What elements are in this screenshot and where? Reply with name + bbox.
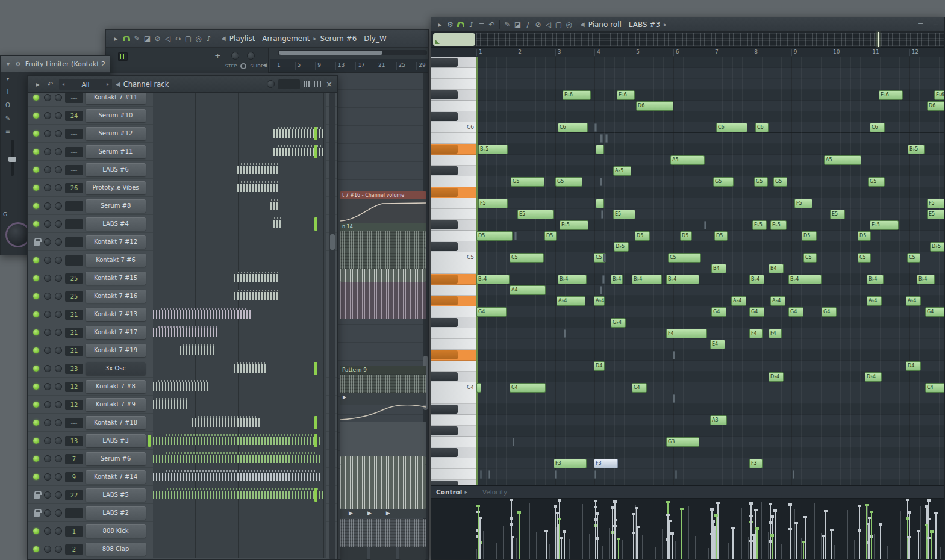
midi-note[interactable]: B♭5: [478, 145, 508, 154]
midi-note[interactable]: D6: [636, 101, 673, 111]
pan-knob[interactable]: [44, 347, 51, 354]
velocity-handle[interactable]: [859, 505, 860, 559]
channel-pattern-preview[interactable]: [153, 197, 326, 215]
channel-enable-led[interactable]: [33, 203, 39, 209]
pattern-length-box[interactable]: 23: [65, 364, 83, 374]
pan-knob[interactable]: [44, 527, 51, 535]
add-pattern-icon[interactable]: +: [214, 51, 221, 60]
velocity-handle[interactable]: [869, 517, 870, 559]
midi-note[interactable]: B4: [711, 264, 726, 273]
pattern-length-box[interactable]: 12: [65, 400, 83, 410]
channel-enable-led[interactable]: [33, 185, 39, 191]
piano-key-Cs5[interactable]: [431, 241, 476, 252]
pan-knob[interactable]: [44, 202, 51, 210]
midi-note[interactable]: C5: [858, 253, 871, 263]
midi-note[interactable]: [596, 199, 604, 208]
midi-note[interactable]: D6: [927, 101, 944, 111]
velocity-handle[interactable]: [803, 541, 804, 559]
limiter-side-icon[interactable]: ▾: [6, 75, 9, 82]
velocity-handle[interactable]: [772, 534, 773, 559]
footer-button[interactable]: [399, 547, 426, 560]
midi-note[interactable]: C5: [510, 253, 544, 263]
midi-note[interactable]: D♭4: [769, 372, 784, 382]
pattern-length-box[interactable]: ---: [65, 201, 83, 211]
midi-note[interactable]: F3: [594, 459, 618, 468]
channel-enable-led[interactable]: [33, 347, 39, 353]
midi-note[interactable]: A♭4: [906, 296, 921, 306]
pan-knob[interactable]: [44, 257, 51, 264]
pattern-thumbnail-icon[interactable]: [118, 52, 128, 61]
pattern-length-box[interactable]: 9: [65, 472, 83, 482]
piano-key-A5[interactable]: [431, 155, 476, 166]
velocity-handle[interactable]: [756, 527, 758, 559]
automation-clip-header[interactable]: t 7 #16 - Channel volume: [340, 191, 426, 199]
channel-pattern-preview[interactable]: [153, 522, 326, 540]
piano-key-E4[interactable]: [431, 339, 476, 350]
pan-knob[interactable]: [44, 473, 51, 481]
piano-key-D6[interactable]: [431, 101, 476, 111]
minimize-icon[interactable]: −: [931, 20, 941, 29]
channel-button[interactable]: Serum #12: [86, 127, 146, 140]
volume-knob[interactable]: [55, 257, 62, 264]
velocity-handle[interactable]: [564, 530, 565, 559]
marker-clip[interactable]: ▶: [340, 393, 426, 405]
midi-note[interactable]: A4: [510, 285, 546, 295]
scrollbar-thumb[interactable]: [279, 51, 382, 55]
midi-note[interactable]: B4: [769, 264, 784, 273]
channel-pattern-preview[interactable]: [153, 215, 326, 233]
midi-note[interactable]: F4: [769, 329, 782, 338]
midi-note[interactable]: A♭4: [731, 296, 746, 306]
playlist-h-scrollbar[interactable]: [278, 50, 427, 55]
piano-key-As5[interactable]: [431, 144, 476, 155]
playlist-ruler[interactable]: ◀ 1591317212529: [270, 59, 428, 72]
pan-knob[interactable]: [44, 184, 51, 191]
pattern-length-box[interactable]: 21: [65, 328, 83, 338]
midi-note[interactable]: E♭6: [617, 90, 635, 100]
midi-note[interactable]: E♭5: [870, 220, 899, 230]
midi-note[interactable]: B♭4: [867, 275, 884, 284]
detach-menu-icon[interactable]: ≡: [915, 20, 926, 29]
piano-key-F6[interactable]: [431, 68, 476, 79]
slider-thumb[interactable]: [8, 157, 16, 162]
pan-knob[interactable]: [44, 509, 51, 517]
mute-tool-icon[interactable]: ◁: [543, 20, 554, 29]
channel-button[interactable]: Kontakt 7 #11: [86, 93, 146, 104]
volume-knob[interactable]: [55, 112, 62, 119]
pattern-length-box[interactable]: 21: [65, 310, 83, 320]
piano-key-Cs4[interactable]: [431, 372, 476, 382]
midi-note[interactable]: D5: [680, 231, 692, 241]
snap-magnet-icon[interactable]: [123, 36, 130, 41]
pan-knob[interactable]: [44, 166, 51, 173]
midi-note[interactable]: G5: [511, 177, 544, 187]
piano-key-Fs3[interactable]: [431, 447, 476, 458]
channel-enable-led[interactable]: [33, 293, 39, 299]
undo-icon[interactable]: ↶: [487, 20, 497, 29]
velocity-handle[interactable]: [825, 510, 826, 559]
channel-pattern-preview[interactable]: [153, 107, 326, 125]
pattern-length-box[interactable]: 13: [65, 436, 83, 446]
pattern-length-box[interactable]: 25: [65, 291, 83, 302]
ruler-scroll-icon[interactable]: ◀: [263, 62, 267, 68]
channel-button[interactable]: Kontakt 7 #9: [86, 398, 146, 411]
piano-key-A4[interactable]: [431, 285, 476, 296]
channel-button[interactable]: LABS #5: [86, 488, 146, 502]
piano-roll-title[interactable]: ◀ Piano roll - LABS #3 ▸: [580, 20, 667, 29]
piano-key-F5[interactable]: [431, 198, 476, 209]
piano-key-E6[interactable]: [431, 79, 476, 90]
midi-note[interactable]: G5: [713, 177, 734, 187]
midi-note[interactable]: E4: [710, 340, 725, 349]
channel-pattern-preview[interactable]: [153, 341, 326, 359]
velocity-handle[interactable]: [713, 539, 714, 559]
pattern-clip[interactable]: [340, 456, 426, 465]
slip-tool-icon[interactable]: ↔: [173, 34, 183, 43]
velocity-handle[interactable]: [871, 511, 872, 559]
channel-enable-led[interactable]: [33, 546, 39, 552]
close-icon[interactable]: ×: [326, 79, 332, 89]
midi-note[interactable]: D4: [594, 361, 605, 371]
midi-note[interactable]: A♭4: [594, 296, 605, 306]
pattern-clip[interactable]: [340, 465, 426, 509]
midi-note[interactable]: B♭4: [558, 275, 587, 284]
midi-note[interactable]: D5: [858, 231, 871, 241]
midi-note[interactable]: A♭4: [867, 296, 882, 306]
draw-tool-icon[interactable]: ✎: [132, 34, 142, 43]
